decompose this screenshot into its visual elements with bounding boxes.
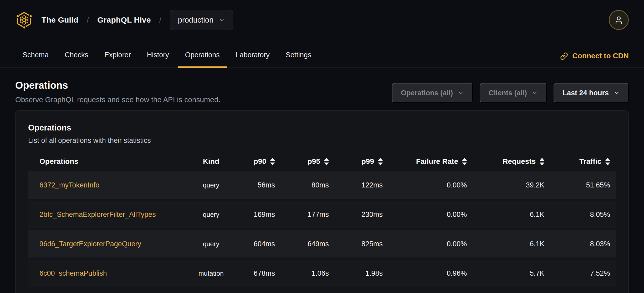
cell-p99: 825ms: [335, 230, 389, 258]
cell-p99: 230ms: [335, 201, 389, 228]
tab-laboratory[interactable]: Laboratory: [228, 35, 277, 67]
sort-arrows-icon[interactable]: [324, 158, 329, 165]
cell-p95: 1.06s: [281, 260, 335, 287]
cell-traffic: 51.65%: [550, 171, 616, 199]
chevron-down-icon: [614, 90, 620, 96]
breadcrumb-project[interactable]: GraphQL Hive: [97, 15, 151, 24]
column-header-p95: p95: [281, 154, 335, 169]
connect-to-cdn-link[interactable]: Connect to CDN: [560, 35, 629, 67]
cell-p90: 56ms: [231, 171, 281, 199]
cell-requests: 39.2K: [473, 171, 550, 199]
cell-requests: 5.7K: [473, 260, 550, 287]
cell-kind: query: [191, 201, 231, 228]
hive-logo-icon[interactable]: [15, 10, 33, 30]
operation-link[interactable]: 6372_myTokenInfo: [39, 181, 99, 189]
cell-p95: 649ms: [281, 230, 335, 258]
tab-explorer[interactable]: Explorer: [97, 35, 138, 67]
cell-kind: mutation: [191, 260, 231, 287]
cell-p99: 1.98s: [335, 260, 389, 287]
cell-kind: query: [191, 171, 231, 199]
table-row: 6372_myTokenInfo query 56ms 80ms 122ms 0…: [28, 171, 616, 199]
user-avatar[interactable]: [609, 10, 629, 30]
connect-to-cdn-label: Connect to CDN: [572, 52, 629, 60]
tab-schema[interactable]: Schema: [15, 35, 56, 67]
operations-filter-label: Operations (all): [401, 89, 453, 97]
top-bar: The Guild / GraphQL Hive / production: [0, 0, 644, 35]
cell-failure-rate: 0.96%: [389, 260, 473, 287]
cell-traffic: 7.52%: [550, 260, 616, 287]
page-subtitle: Observe GraphQL requests and see how the…: [15, 96, 220, 104]
period-filter-label: Last 24 hours: [563, 89, 609, 97]
period-filter-dropdown[interactable]: Last 24 hours: [554, 83, 629, 103]
operations-table: Operations Kind p90 p95 p99 Failure Rate…: [28, 151, 616, 289]
page-title: Operations: [15, 80, 220, 91]
column-header-p99: p99: [335, 154, 389, 169]
cell-kind: query: [191, 230, 231, 258]
tab-history[interactable]: History: [140, 35, 176, 67]
cell-requests: 6.1K: [473, 230, 550, 258]
cell-p95: 177ms: [281, 201, 335, 228]
column-header-traffic: Traffic: [550, 154, 616, 169]
sort-arrows-icon[interactable]: [540, 158, 544, 165]
column-header-requests: Requests: [473, 154, 550, 169]
cell-p90: 169ms: [231, 201, 281, 228]
user-icon: [614, 15, 623, 25]
link-icon: [560, 52, 568, 60]
cell-failure-rate: 0.00%: [389, 171, 473, 199]
operation-link[interactable]: 2bfc_SchemaExplorerFilter_AllTypes: [39, 211, 156, 218]
column-header-p90: p90: [231, 154, 281, 169]
cell-p90: 604ms: [231, 230, 281, 258]
cell-traffic: 8.03%: [550, 230, 616, 258]
tab-bar: Schema Checks Explorer History Operation…: [0, 35, 644, 68]
tab-operations[interactable]: Operations: [178, 35, 227, 67]
filters: Operations (all) Clients (all) Last 24 h…: [392, 83, 629, 103]
table-row: 6c00_schemaPublish mutation 678ms 1.06s …: [28, 260, 616, 287]
column-header-operations: Operations: [28, 154, 191, 169]
sort-arrows-icon[interactable]: [605, 158, 610, 165]
card-subtitle: List of all operations with their statis…: [28, 137, 616, 145]
cell-failure-rate: 0.00%: [389, 201, 473, 228]
cell-traffic: 8.05%: [550, 201, 616, 228]
table-row: 96d6_TargetExplorerPageQuery query 604ms…: [28, 230, 616, 258]
tabs: Schema Checks Explorer History Operation…: [15, 35, 319, 67]
table-row: 2bfc_SchemaExplorerFilter_AllTypes query…: [28, 201, 616, 228]
cell-failure-rate: 0.00%: [389, 230, 473, 258]
cell-p99: 122ms: [335, 171, 389, 199]
operation-link[interactable]: 96d6_TargetExplorerPageQuery: [39, 240, 141, 248]
breadcrumb-separator: /: [159, 16, 161, 24]
chevron-down-icon: [458, 90, 464, 96]
sort-arrows-icon[interactable]: [378, 158, 383, 165]
breadcrumb-separator: /: [87, 16, 89, 24]
target-selector[interactable]: production: [170, 10, 233, 30]
operations-filter-dropdown[interactable]: Operations (all): [392, 83, 473, 103]
sort-arrows-icon[interactable]: [270, 158, 275, 165]
cell-p95: 80ms: [281, 171, 335, 199]
target-selector-label: production: [178, 16, 213, 24]
clients-filter-dropdown[interactable]: Clients (all): [480, 83, 547, 103]
column-header-kind: Kind: [191, 154, 231, 169]
card-title: Operations: [28, 123, 616, 133]
sort-arrows-icon[interactable]: [462, 158, 467, 165]
breadcrumb: The Guild / GraphQL Hive / production: [15, 10, 233, 30]
column-header-failure-rate: Failure Rate: [389, 154, 473, 169]
tab-checks[interactable]: Checks: [57, 35, 96, 67]
clients-filter-label: Clients (all): [489, 89, 527, 97]
tab-settings[interactable]: Settings: [278, 35, 319, 67]
chevron-down-icon: [531, 90, 538, 96]
operations-card: Operations List of all operations with t…: [15, 110, 629, 293]
cell-requests: 6.1K: [473, 201, 550, 228]
breadcrumb-org[interactable]: The Guild: [42, 15, 78, 24]
chevron-down-icon: [219, 17, 225, 23]
cell-p90: 678ms: [231, 260, 281, 287]
page-header: Operations Observe GraphQL requests and …: [0, 68, 644, 104]
table-header-row: Operations Kind p90 p95 p99 Failure Rate…: [28, 154, 616, 169]
operation-link[interactable]: 6c00_schemaPublish: [39, 269, 107, 277]
